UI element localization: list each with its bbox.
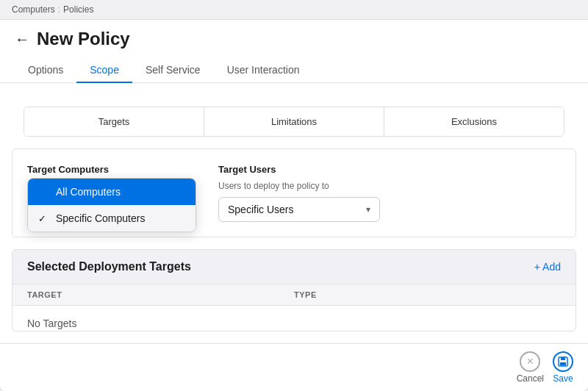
page-header: ← New Policy Options Scope Self Service …	[0, 20, 588, 83]
dropdown-item-label: Specific Computers	[56, 212, 145, 224]
save-icon	[553, 351, 573, 372]
column-target: TARGET	[27, 290, 294, 299]
tab-user-interaction[interactable]: User Interaction	[214, 58, 313, 83]
subtab-targets[interactable]: Targets	[24, 107, 204, 136]
dropdown-item-label: All Computers	[56, 186, 121, 198]
deployment-header: Selected Deployment Targets + Add	[12, 250, 576, 284]
dropdown-item-all-computers[interactable]: All Computers	[28, 179, 196, 205]
target-computers-label: Target Computers	[27, 164, 189, 175]
main-tabs: Options Scope Self Service User Interact…	[15, 58, 573, 82]
dropdown-item-specific-computers[interactable]: ✓ Specific Computers	[28, 205, 196, 232]
save-label: Save	[553, 373, 573, 384]
table-header: TARGET TYPE	[12, 284, 576, 306]
computers-dropdown-menu: All Computers ✓ Specific Computers	[27, 178, 196, 232]
tab-self-service[interactable]: Self Service	[132, 58, 214, 83]
page-title: New Policy	[37, 29, 130, 49]
breadcrumb-separator: :	[58, 4, 60, 15]
breadcrumb-parent[interactable]: Computers	[12, 4, 55, 15]
deployment-title: Selected Deployment Targets	[27, 260, 191, 273]
footer: × Cancel Save	[0, 343, 588, 391]
add-button[interactable]: + Add	[534, 261, 561, 273]
subtab-limitations[interactable]: Limitations	[204, 107, 384, 136]
save-icon-svg	[557, 356, 569, 367]
save-button[interactable]: Save	[553, 351, 573, 384]
cancel-icon: ×	[520, 351, 540, 372]
subtabs: Targets Limitations Exclusions	[24, 107, 564, 137]
svg-rect-1	[561, 357, 565, 360]
target-users-label: Target Users	[218, 164, 380, 175]
target-users-container: Target Users Users to deploy the policy …	[218, 164, 380, 222]
cancel-icon-symbol: ×	[527, 355, 534, 368]
tab-options[interactable]: Options	[15, 58, 76, 83]
column-type: TYPE	[294, 290, 561, 299]
target-users-description: Users to deploy the policy to	[218, 181, 380, 191]
empty-message: No Targets	[12, 306, 576, 331]
svg-rect-2	[560, 362, 566, 365]
main-content: Targets Limitations Exclusions Target Co…	[0, 83, 588, 343]
targets-section: Target Computers All Computers ✓ Specifi…	[12, 148, 576, 237]
back-button[interactable]: ←	[15, 32, 29, 46]
cancel-button[interactable]: × Cancel	[517, 351, 544, 384]
target-computers-container: Target Computers All Computers ✓ Specifi…	[27, 164, 189, 181]
users-dropdown-value: Specific Users	[228, 204, 293, 215]
tab-scope[interactable]: Scope	[76, 58, 132, 83]
breadcrumb-current: Policies	[63, 4, 93, 15]
cancel-label: Cancel	[517, 373, 544, 384]
deployment-section: Selected Deployment Targets + Add TARGET…	[12, 249, 576, 331]
breadcrumb: Computers : Policies	[0, 0, 588, 20]
app-window: Computers : Policies ← New Policy Option…	[0, 0, 588, 391]
chevron-down-icon: ▾	[366, 204, 370, 215]
subtab-exclusions[interactable]: Exclusions	[384, 107, 564, 136]
users-dropdown[interactable]: Specific Users ▾	[218, 197, 380, 222]
check-icon: ✓	[38, 213, 50, 224]
